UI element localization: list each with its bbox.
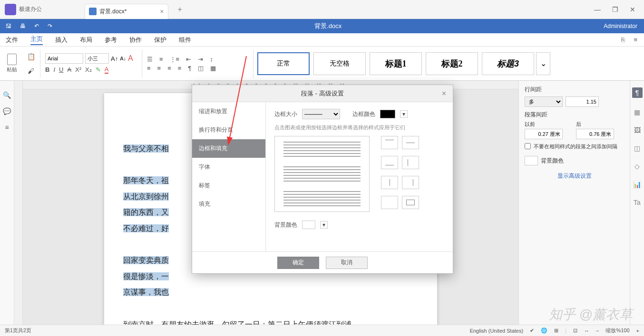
style-heading2[interactable]: 标题2 xyxy=(426,52,478,75)
headings-icon[interactable]: ≡ xyxy=(5,124,9,131)
subscript-button[interactable]: X₂ xyxy=(85,66,92,73)
style-dropdown[interactable]: ⌄ xyxy=(536,52,550,75)
close-button[interactable]: ✕ xyxy=(630,6,635,13)
text-line[interactable]: 那年冬天，祖 xyxy=(123,176,169,184)
menu-collab[interactable]: 协作 xyxy=(129,36,142,44)
paragraph-tool-icon[interactable]: ¶ xyxy=(632,87,643,98)
dlg-tab-tabs[interactable]: 标签 xyxy=(192,176,265,195)
ok-button[interactable]: 确定 xyxy=(277,257,319,269)
line-spacing-button[interactable]: ↕ xyxy=(210,56,213,63)
user-label[interactable]: Administrator xyxy=(604,23,644,29)
undo-icon[interactable]: ↶ xyxy=(34,23,39,29)
spacing-after[interactable] xyxy=(576,129,614,139)
paste-button[interactable]: 粘贴 xyxy=(4,54,20,73)
menu-home[interactable]: 主页 xyxy=(30,35,43,45)
page-indicator[interactable]: 第1页共2页 xyxy=(5,327,31,334)
border-none-button[interactable] xyxy=(381,196,398,209)
border-right-button[interactable] xyxy=(402,176,419,189)
format-painter-icon[interactable]: 🖌 xyxy=(25,65,37,77)
tab-add-button[interactable]: + xyxy=(178,5,182,14)
border-hmiddle-button[interactable] xyxy=(402,136,419,149)
align-left-button[interactable]: ≡ xyxy=(147,65,151,72)
hamburger-icon[interactable]: ≡ xyxy=(634,36,637,43)
dlg-tab-font[interactable]: 字体 xyxy=(192,158,265,176)
shape-tool-icon[interactable]: ◇ xyxy=(634,163,640,170)
border-bottom-button[interactable] xyxy=(381,156,398,169)
size-select[interactable] xyxy=(85,53,109,64)
maximize-button[interactable]: ❐ xyxy=(612,6,618,13)
menu-layout[interactable]: 布局 xyxy=(80,36,92,44)
redo-icon[interactable]: ↷ xyxy=(48,23,52,29)
decrease-font-icon[interactable]: A↓ xyxy=(120,56,126,61)
line-spacing-type[interactable]: 多 xyxy=(525,96,563,107)
track-changes-icon[interactable]: 🌐 xyxy=(541,327,547,334)
increase-indent-button[interactable]: ⇥ xyxy=(198,56,203,63)
bg-color-swatch[interactable] xyxy=(525,156,538,165)
dlg-tab-borders[interactable]: 边框和填充 xyxy=(192,139,265,158)
copy-icon[interactable]: 📋 xyxy=(25,50,37,63)
fit-width-icon[interactable]: ↔ xyxy=(584,328,589,334)
text-line[interactable]: 籍的东西，又 xyxy=(123,208,169,216)
text-line[interactable]: 不必难过，好 xyxy=(123,224,169,232)
comments-icon[interactable]: 💬 xyxy=(3,107,11,115)
style-heading3[interactable]: 标题3 xyxy=(482,52,534,75)
save-icon[interactable]: 🖫 xyxy=(6,23,11,29)
cancel-button[interactable]: 取消 xyxy=(326,257,368,269)
border-left-button[interactable] xyxy=(402,156,419,169)
menu-references[interactable]: 参考 xyxy=(105,36,117,44)
underline-button[interactable]: U xyxy=(59,66,63,73)
dlg-tab-breaks[interactable]: 换行符和分页 xyxy=(192,121,265,139)
text-art-icon[interactable]: Ta xyxy=(634,199,641,206)
menu-addons[interactable]: 组件 xyxy=(179,36,191,44)
highlight-button[interactable]: ✎ xyxy=(96,66,101,73)
border-color-swatch[interactable] xyxy=(380,110,395,118)
text-line[interactable]: 回家变卖典质 xyxy=(123,256,169,264)
border-all-button[interactable] xyxy=(402,196,419,209)
align-center-button[interactable]: ≡ xyxy=(157,65,161,72)
borders-button[interactable]: ▦ xyxy=(210,65,216,72)
no-spacing-checkbox[interactable] xyxy=(525,143,531,149)
change-case-icon[interactable]: A xyxy=(128,54,133,63)
print-icon[interactable]: 🖶 xyxy=(20,23,26,29)
border-vmiddle-button[interactable] xyxy=(381,176,398,189)
menu-insert[interactable]: 插入 xyxy=(55,36,68,44)
zoom-level[interactable]: 缩放%100 xyxy=(605,327,629,334)
font-select[interactable] xyxy=(45,53,83,64)
text-line[interactable]: 从北京到徐州 xyxy=(123,192,169,201)
dialog-close-button[interactable]: × xyxy=(442,89,446,98)
align-right-button[interactable]: ≡ xyxy=(167,65,171,72)
dlg-tab-fill[interactable]: 填充 xyxy=(192,195,265,213)
numbering-button[interactable]: ≡ xyxy=(159,56,163,63)
spacing-before[interactable] xyxy=(525,129,563,139)
text-line[interactable]: 很是惨淡，一 xyxy=(123,272,169,280)
increase-font-icon[interactable]: A↑ xyxy=(111,55,118,62)
border-size-select[interactable]: ──── xyxy=(302,109,340,119)
justify-button[interactable]: ≡ xyxy=(178,65,182,72)
bullets-button[interactable]: ☰ xyxy=(147,56,153,63)
menu-protect[interactable]: 保护 xyxy=(154,36,166,44)
zoom-in-button[interactable]: + xyxy=(636,328,639,334)
paragraph-mark-button[interactable]: ¶ xyxy=(188,65,191,72)
search-icon[interactable]: 🔍 xyxy=(3,91,11,99)
strikethrough-button[interactable]: A xyxy=(67,66,71,73)
dlg-tab-indent[interactable]: 缩进和放置 xyxy=(192,102,265,121)
document-tab[interactable]: 背景.docx* × xyxy=(85,4,168,19)
language-indicator[interactable]: English (United States) xyxy=(470,328,524,334)
minimize-button[interactable]: — xyxy=(594,6,601,13)
image-tool-icon[interactable]: 🖼 xyxy=(634,126,641,134)
table-tool-icon[interactable]: ▦ xyxy=(634,108,640,116)
decrease-indent-button[interactable]: ⇤ xyxy=(186,56,191,63)
shading-button[interactable]: ◫ xyxy=(198,65,204,72)
zoom-out-button[interactable]: − xyxy=(596,328,599,334)
view-mode-icon[interactable]: ⊞ xyxy=(554,327,558,334)
dialog-bg-color-swatch[interactable] xyxy=(302,221,315,229)
bold-button[interactable]: B xyxy=(45,66,49,73)
style-normal[interactable]: 正常 xyxy=(257,52,310,75)
text-line[interactable]: 我与父亲不相 xyxy=(123,144,169,153)
spellcheck-icon[interactable]: ✔ xyxy=(530,327,534,334)
header-tool-icon[interactable]: ◫ xyxy=(634,144,640,152)
open-file-icon[interactable]: ⎘ xyxy=(621,36,625,43)
superscript-button[interactable]: X² xyxy=(75,66,81,73)
multilevel-button[interactable]: ⋮≡ xyxy=(170,56,180,63)
italic-button[interactable]: I xyxy=(53,66,55,73)
